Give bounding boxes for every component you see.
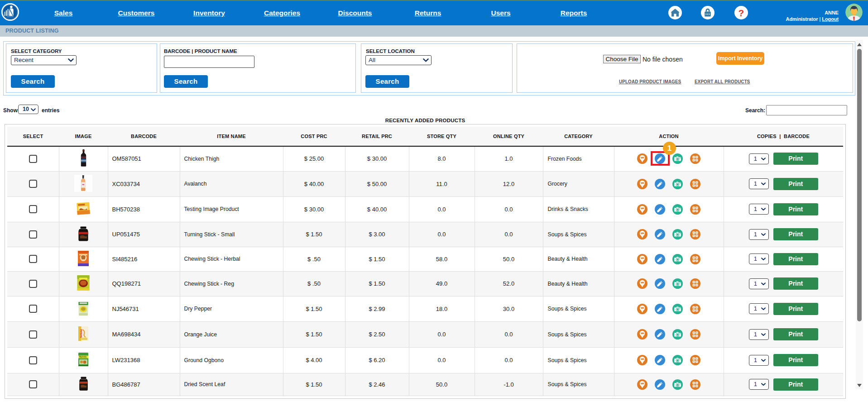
svg-text:fortune: fortune	[80, 329, 82, 338]
svg-text:Nutrela: Nutrela	[79, 356, 86, 358]
svg-text:?: ?	[739, 8, 744, 18]
